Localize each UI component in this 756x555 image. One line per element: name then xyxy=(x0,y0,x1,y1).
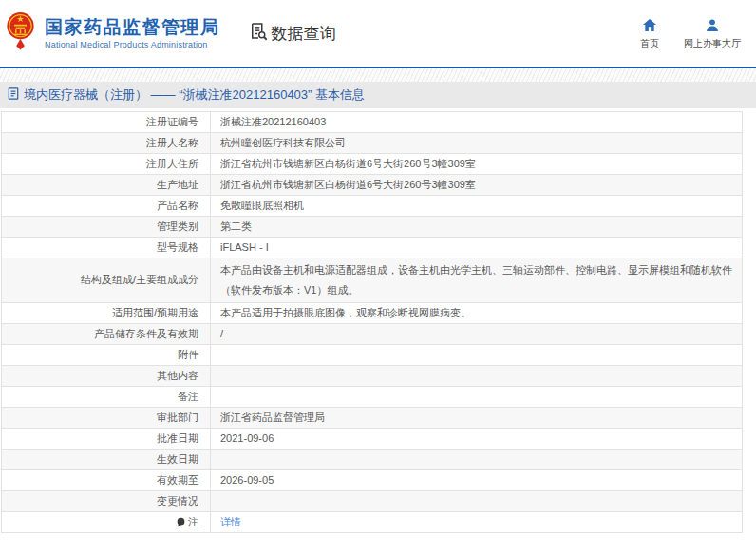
row-value: 第二类 xyxy=(211,217,743,238)
table-row: 其他内容 xyxy=(2,365,743,386)
row-value: 杭州瞳创医疗科技有限公司 xyxy=(211,133,743,154)
row-value xyxy=(211,386,743,407)
row-value: 2026-09-05 xyxy=(211,469,743,490)
row-value: 2021-09-06 xyxy=(211,428,743,449)
org-title: 国家药品监督管理局 xyxy=(45,17,220,38)
row-label: 其他内容 xyxy=(2,365,211,386)
row-value xyxy=(211,344,743,365)
top-nav: 首页 网上办事大厅 xyxy=(640,19,741,50)
striped-divider xyxy=(0,68,756,82)
table-row: 审批部门浙江省药品监督管理局 xyxy=(2,407,743,428)
national-emblem-icon xyxy=(7,11,34,55)
nav-item-label: 网上办事大厅 xyxy=(684,37,741,50)
info-table-body: 注册证编号浙械注准20212160403注册人名称杭州瞳创医疗科技有限公司注册人… xyxy=(2,112,743,533)
row-label: 产品储存条件及有效期 xyxy=(2,323,211,344)
table-row: 有效期至2026-09-05 xyxy=(2,469,743,490)
data-query-label: 数据查询 xyxy=(272,23,336,45)
table-row: 注册人住所浙江省杭州市钱塘新区白杨街道6号大街260号3幢309室 xyxy=(2,154,743,175)
row-value: iFLASH - I xyxy=(211,238,743,258)
row-label: 注 xyxy=(2,511,211,532)
row-value: 本产品由设备主机和电源适配器组成，设备主机由光学主机、三轴运动部件、控制电路、显… xyxy=(211,258,743,303)
document-search-icon xyxy=(249,22,268,46)
row-label: 变更情况 xyxy=(2,490,211,511)
row-label: 生产地址 xyxy=(2,175,211,196)
home-icon xyxy=(643,19,656,33)
row-label: 注册人名称 xyxy=(2,133,211,154)
row-value: 浙江省杭州市钱塘新区白杨街道6号大街260号3幢309室 xyxy=(211,154,743,175)
row-label: 产品名称 xyxy=(2,196,211,217)
row-value: / xyxy=(211,323,743,344)
table-row: 生产地址浙江省杭州市钱塘新区白杨街道6号大街260号3幢309室 xyxy=(2,175,743,196)
row-label: 附件 xyxy=(2,344,211,365)
table-row: 产品储存条件及有效期/ xyxy=(2,323,743,344)
row-value: 浙械注准20212160403 xyxy=(211,112,743,133)
table-row: 注详情 xyxy=(2,511,743,532)
org-subtitle: National Medical Products Administration xyxy=(45,40,220,49)
row-value xyxy=(211,490,743,511)
row-label: 注册证编号 xyxy=(2,112,211,133)
row-value: 本产品适用于拍摄眼底图像，观察和诊断视网膜病变。 xyxy=(211,302,743,323)
row-label: 结构及组成/主要组成成分 xyxy=(2,258,211,303)
table-row: 注册人名称杭州瞳创医疗科技有限公司 xyxy=(2,133,743,154)
detail-link[interactable]: 详情 xyxy=(220,516,241,527)
row-label: 型号规格 xyxy=(2,238,211,258)
document-icon xyxy=(8,87,19,103)
nav-item-label: 首页 xyxy=(640,37,659,50)
row-label: 生效日期 xyxy=(2,449,211,469)
row-value: 浙江省药品监督管理局 xyxy=(211,407,743,428)
row-value: 浙江省杭州市钱塘新区白杨街道6号大街260号3幢309室 xyxy=(211,175,743,196)
table-row: 批准日期2021-09-06 xyxy=(2,428,743,449)
table-row: 附件 xyxy=(2,344,743,365)
row-label: 备注 xyxy=(2,386,211,407)
row-label: 有效期至 xyxy=(2,469,211,490)
info-table: 注册证编号浙械注准20212160403注册人名称杭州瞳创医疗科技有限公司注册人… xyxy=(1,111,743,533)
table-row: 结构及组成/主要组成成分本产品由设备主机和电源适配器组成，设备主机由光学主机、三… xyxy=(2,258,743,303)
table-row: 变更情况 xyxy=(2,490,743,511)
table-row: 适用范围/预期用途本产品适用于拍摄眼底图像，观察和诊断视网膜病变。 xyxy=(2,302,743,323)
row-label: 管理类别 xyxy=(2,217,211,238)
breadcrumb-text: 境内医疗器械（注册） —— “浙械注准20212160403” 基本信息 xyxy=(24,86,365,104)
table-row: 备注 xyxy=(2,386,743,407)
table-row: 型号规格iFLASH - I xyxy=(2,238,743,258)
table-row: 注册证编号浙械注准20212160403 xyxy=(2,112,743,133)
row-label: 审批部门 xyxy=(2,407,211,428)
breadcrumb: 境内医疗器械（注册） —— “浙械注准20212160403” 基本信息 xyxy=(0,82,756,108)
org-names: 国家药品监督管理局 National Medical Products Admi… xyxy=(45,17,220,49)
nav-item-home[interactable]: 首页 xyxy=(640,19,659,50)
row-label: 注册人住所 xyxy=(2,154,211,175)
row-value xyxy=(211,449,743,469)
row-label: 批准日期 xyxy=(2,428,211,449)
table-row: 产品名称免散瞳眼底照相机 xyxy=(2,196,743,217)
row-value xyxy=(211,365,743,386)
person-icon xyxy=(706,19,719,33)
row-label: 适用范围/预期用途 xyxy=(2,302,211,323)
table-row: 生效日期 xyxy=(2,449,743,469)
row-value: 详情 xyxy=(211,511,743,532)
note-icon xyxy=(176,517,186,529)
table-row: 管理类别第二类 xyxy=(2,217,743,238)
site-logo: 国家药品监督管理局 National Medical Products Admi… xyxy=(7,11,220,55)
header: 国家药品监督管理局 National Medical Products Admi… xyxy=(0,0,756,68)
nav-item-service-hall[interactable]: 网上办事大厅 xyxy=(684,19,741,50)
data-query-nav[interactable]: 数据查询 xyxy=(249,22,336,46)
row-value: 免散瞳眼底照相机 xyxy=(211,196,743,217)
